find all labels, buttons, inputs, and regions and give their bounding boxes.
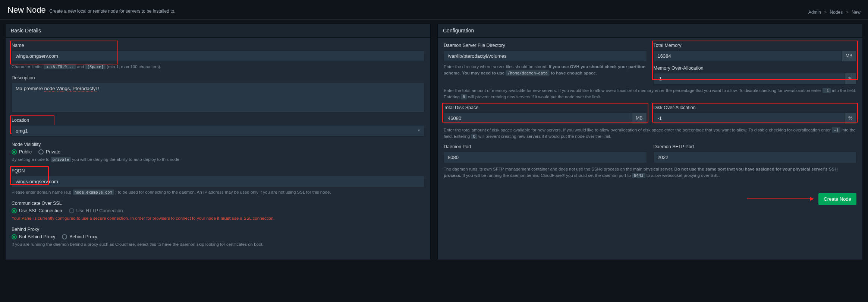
fqdn-input[interactable]: [12, 176, 424, 187]
breadcrumb-new: New: [852, 10, 861, 15]
fqdn-group: FQDN Please enter domain name (e.g node.…: [12, 168, 424, 195]
description-input[interactable]: Ma première node Wings, Pterodactyl !: [12, 83, 424, 112]
memory-input[interactable]: [654, 50, 842, 62]
fqdn-label: FQDN: [12, 168, 424, 174]
breadcrumb-admin[interactable]: Admin: [808, 10, 821, 15]
memory-unit: MB: [842, 50, 856, 62]
proxy-yes-radio[interactable]: Behind Proxy: [62, 234, 97, 239]
location-group: Location omg1: [12, 118, 424, 137]
directory-group: Daemon Server File Directory Enter the d…: [444, 43, 647, 85]
directory-input[interactable]: [444, 50, 647, 62]
daemon-port-group: Daemon Port: [444, 144, 647, 163]
description-group: Description Ma première node Wings, Pter…: [12, 75, 424, 112]
location-select[interactable]: omg1: [12, 125, 424, 137]
sftp-port-group: Daemon SFTP Port: [654, 144, 857, 163]
page-title: New Node: [7, 5, 46, 15]
configuration-heading: Configuration: [438, 24, 862, 38]
proxy-no-radio[interactable]: Not Behind Proxy: [12, 234, 55, 239]
disk-group: Total Disk Space MB: [444, 105, 647, 124]
disk-oa-input[interactable]: [654, 112, 845, 124]
basic-details-heading: Basic Details: [6, 24, 430, 38]
memory-oa-input[interactable]: [654, 73, 845, 85]
breadcrumb: Admin > Nodes > New: [808, 10, 861, 15]
description-label: Description: [12, 75, 424, 80]
fqdn-help: Please enter domain name (e.g node.examp…: [12, 189, 424, 195]
visibility-public-radio[interactable]: Public: [12, 149, 32, 155]
svg-marker-1: [810, 197, 814, 201]
breadcrumb-nodes[interactable]: Nodes: [830, 10, 843, 15]
ssl-warning: Your Panel is currently configured to us…: [12, 215, 424, 222]
memory-label: Total Memory: [654, 43, 857, 48]
page-header: New Node Create a new local or remote no…: [0, 0, 868, 20]
disk-input[interactable]: [444, 112, 632, 124]
directory-help: Enter the directory where server files s…: [444, 64, 647, 77]
disk-oa-label: Disk Over-Allocation: [654, 105, 857, 110]
memory-block: Total Memory MB Memory Over-Allocation %: [654, 43, 857, 85]
configuration-panel: Configuration Daemon Server File Directo…: [437, 23, 863, 260]
proxy-help: If you are running the daemon behind a p…: [12, 241, 424, 248]
memory-oa-label: Memory Over-Allocation: [654, 66, 857, 71]
memory-help: Enter the total amount of memory availab…: [444, 88, 856, 101]
disk-oa-group: Disk Over-Allocation %: [654, 105, 857, 124]
ssl-http-radio[interactable]: Use HTTP Connection: [69, 208, 123, 213]
panel-footer: Create Node: [438, 192, 862, 211]
memory-oa-unit: %: [845, 73, 856, 85]
visibility-group: Node Visibility Public Private By settin…: [12, 142, 424, 163]
basic-details-panel: Basic Details Name Character limits: a-z…: [5, 23, 431, 260]
ssl-group: Communicate Over SSL Use SSL Connection …: [12, 201, 424, 222]
disk-oa-unit: %: [845, 112, 856, 124]
name-label: Name: [12, 43, 424, 48]
disk-label: Total Disk Space: [444, 105, 647, 110]
daemon-port-label: Daemon Port: [444, 144, 647, 149]
proxy-label: Behind Proxy: [12, 227, 424, 232]
daemon-port-input[interactable]: [444, 152, 647, 163]
name-help: Character limits: a-zA-Z0-9_.- and [Spac…: [12, 64, 424, 70]
ssl-use-radio[interactable]: Use SSL Connection: [12, 208, 62, 213]
visibility-help: By setting a node to private you will be…: [12, 156, 424, 163]
name-input[interactable]: [12, 50, 424, 62]
port-help: The daemon runs its own SFTP management …: [444, 166, 856, 179]
disk-help: Enter the total amount of disk space ava…: [444, 127, 856, 140]
page-subtitle: Create a new local or remote node for se…: [49, 9, 175, 14]
create-node-button[interactable]: Create Node: [818, 193, 856, 205]
ssl-label: Communicate Over SSL: [12, 201, 424, 206]
sftp-port-input[interactable]: [654, 152, 857, 163]
name-group: Name Character limits: a-zA-Z0-9_.- and …: [12, 43, 424, 70]
location-label: Location: [12, 118, 424, 123]
proxy-group: Behind Proxy Not Behind Proxy Behind Pro…: [12, 227, 424, 248]
visibility-private-radio[interactable]: Private: [38, 149, 60, 155]
visibility-label: Node Visibility: [12, 142, 424, 147]
disk-unit: MB: [632, 112, 647, 124]
sftp-port-label: Daemon SFTP Port: [654, 144, 857, 149]
directory-label: Daemon Server File Directory: [444, 43, 647, 48]
arrow-icon: [747, 196, 814, 202]
